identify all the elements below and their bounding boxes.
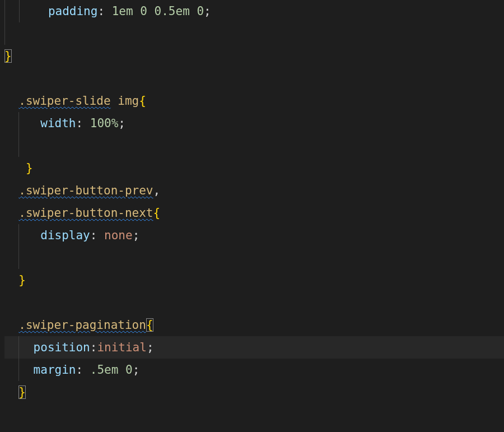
code-line[interactable]: } (4, 385, 26, 399)
css-selector: .swiper-slide (18, 94, 110, 108)
close-brace: } (18, 385, 26, 399)
code-line[interactable]: margin: .5em 0; (4, 363, 139, 377)
css-property: margin (34, 363, 76, 377)
code-editor[interactable]: padding: 1em 0 0.5em 0; } .swiper-slide … (0, 0, 504, 403)
css-selector: .swiper-button-next (18, 206, 153, 220)
css-property: position (34, 341, 90, 354)
code-line[interactable]: display: none; (4, 229, 139, 242)
code-line[interactable]: .swiper-button-prev, (4, 184, 160, 197)
css-value: initial (97, 341, 147, 354)
code-line[interactable]: width: 100%; (4, 117, 125, 130)
css-selector: img (118, 94, 139, 108)
code-line[interactable] (4, 251, 34, 264)
css-value: 1em 0 0.5em 0 (112, 4, 204, 18)
code-line[interactable]: .swiper-slide img{ (4, 94, 146, 108)
close-brace: } (18, 273, 26, 287)
css-selector: .swiper-button-prev (18, 184, 153, 197)
css-value: 100% (90, 117, 119, 130)
css-property: padding (48, 4, 98, 18)
code-line[interactable] (4, 72, 12, 85)
css-value: none (104, 229, 133, 242)
code-line[interactable]: .swiper-pagination{ (4, 318, 153, 332)
css-value: .5em 0 (90, 363, 133, 377)
code-line[interactable] (4, 139, 34, 152)
code-line[interactable]: } (4, 273, 26, 287)
css-selector: .swiper-pagination (18, 318, 146, 332)
code-line[interactable] (4, 27, 19, 40)
code-line[interactable]: padding: 1em 0 0.5em 0; (4, 4, 211, 18)
code-line[interactable]: } (4, 161, 33, 175)
close-brace: } (4, 49, 12, 63)
css-property: display (40, 229, 90, 242)
code-line[interactable] (4, 296, 12, 309)
code-line[interactable]: } (4, 49, 12, 63)
close-brace: } (26, 161, 33, 175)
css-property: width (40, 117, 76, 130)
code-line[interactable]: .swiper-button-next{ (4, 206, 160, 220)
code-line[interactable]: position:initial; (4, 336, 504, 359)
